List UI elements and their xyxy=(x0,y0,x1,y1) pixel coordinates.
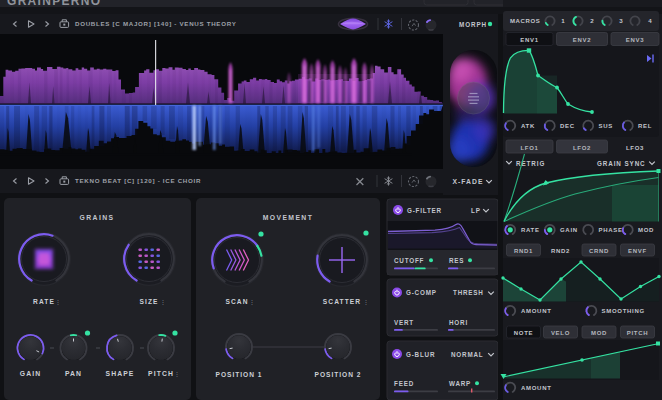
svg-text:3: 3 xyxy=(619,17,623,24)
svg-text:CRND: CRND xyxy=(589,248,609,254)
svg-text:⋮: ⋮ xyxy=(250,299,255,305)
svg-text:ENVF: ENVF xyxy=(628,248,647,254)
svg-text:RES: RES xyxy=(449,257,464,264)
svg-text:CUTOFF: CUTOFF xyxy=(394,257,424,264)
svg-text:X-FADE: X-FADE xyxy=(453,178,484,185)
svg-text:RETRIG: RETRIG xyxy=(516,160,545,167)
svg-text:MOD: MOD xyxy=(591,330,607,336)
svg-text:RATE: RATE xyxy=(33,298,55,305)
svg-text:GRAINPERNO: GRAINPERNO xyxy=(7,0,101,8)
svg-text:POSITION 2: POSITION 2 xyxy=(314,371,361,378)
svg-text:SHAPE: SHAPE xyxy=(106,370,135,377)
svg-text:SMOOTHING: SMOOTHING xyxy=(602,308,645,314)
svg-text:PAN: PAN xyxy=(65,370,82,377)
svg-text:GRAINS: GRAINS xyxy=(80,214,115,221)
svg-text:HORI: HORI xyxy=(449,319,468,326)
svg-text:G-FILTER: G-FILTER xyxy=(407,207,442,214)
svg-text:SIZE: SIZE xyxy=(139,298,158,305)
svg-text:PHASE: PHASE xyxy=(599,227,623,233)
svg-text:PITCH: PITCH xyxy=(627,330,649,336)
svg-text:GRAIN SYNC: GRAIN SYNC xyxy=(597,160,646,167)
svg-text:AMOUNT: AMOUNT xyxy=(521,308,552,314)
svg-text:RATE: RATE xyxy=(521,227,540,233)
svg-text:SCATTER: SCATTER xyxy=(323,298,361,305)
svg-text:SUS: SUS xyxy=(599,123,613,129)
svg-text:2: 2 xyxy=(590,17,594,24)
svg-text:ENV2: ENV2 xyxy=(573,37,591,43)
svg-text:1: 1 xyxy=(561,17,565,24)
svg-text:PITCH: PITCH xyxy=(148,370,174,377)
svg-text:G-BLUR: G-BLUR xyxy=(406,351,435,358)
svg-text:VELO: VELO xyxy=(551,330,570,336)
svg-text:TEKNO BEAT [C] [120] - ICE CHO: TEKNO BEAT [C] [120] - ICE CHOIR xyxy=(75,177,201,184)
svg-text:4: 4 xyxy=(648,17,652,24)
svg-text:MOD: MOD xyxy=(638,227,654,233)
svg-text:G-COMP: G-COMP xyxy=(406,289,437,296)
svg-text:ENV1: ENV1 xyxy=(520,37,538,43)
svg-text:WARP: WARP xyxy=(449,380,471,387)
svg-text:⋮: ⋮ xyxy=(175,371,180,377)
svg-text:LFO3: LFO3 xyxy=(626,145,644,151)
svg-text:DEC: DEC xyxy=(560,123,575,129)
svg-text:SCAN: SCAN xyxy=(225,298,248,305)
svg-text:NOTE: NOTE xyxy=(514,330,533,336)
svg-text:⋮: ⋮ xyxy=(161,299,166,305)
svg-text:⋮: ⋮ xyxy=(56,299,61,305)
svg-text:DOUBLES [C MAJOR] [140] - VENU: DOUBLES [C MAJOR] [140] - VENUS THEORY xyxy=(75,20,237,27)
svg-text:AMOUNT: AMOUNT xyxy=(521,385,552,391)
svg-text:FEED: FEED xyxy=(394,380,414,387)
svg-text:LP: LP xyxy=(471,207,481,214)
svg-text:⋮: ⋮ xyxy=(364,299,369,305)
svg-text:POSITION 1: POSITION 1 xyxy=(215,371,262,378)
svg-text:RND2: RND2 xyxy=(551,248,570,254)
svg-text:REL: REL xyxy=(638,123,652,129)
svg-text:ATK: ATK xyxy=(521,123,535,129)
svg-text:GAIN: GAIN xyxy=(20,370,41,377)
svg-text:MORPH: MORPH xyxy=(459,21,487,28)
svg-text:LFO2: LFO2 xyxy=(573,145,591,151)
svg-text:NORMAL: NORMAL xyxy=(451,351,483,358)
svg-text:THRESH: THRESH xyxy=(453,289,484,296)
svg-text:RND1: RND1 xyxy=(514,248,533,254)
svg-text:ENV3: ENV3 xyxy=(626,37,644,43)
svg-text:GAIN: GAIN xyxy=(560,227,578,233)
svg-text:LFO1: LFO1 xyxy=(520,145,538,151)
svg-text:MOVEMENT: MOVEMENT xyxy=(263,214,313,221)
svg-text:VERT: VERT xyxy=(394,319,414,326)
svg-text:MACROS: MACROS xyxy=(510,18,540,24)
